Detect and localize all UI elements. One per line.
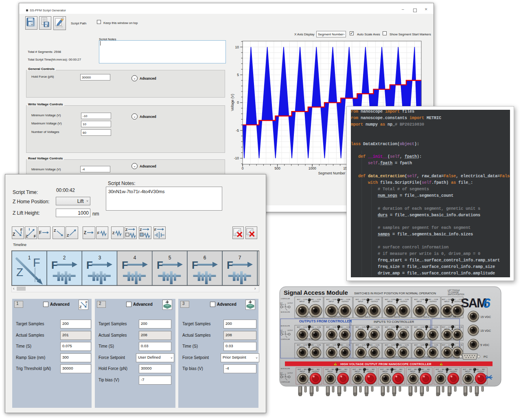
svg-text:Voltage (V): Voltage (V) (230, 94, 234, 111)
svg-text:Y SENSOR: Y SENSOR (392, 338, 402, 340)
svg-text:Z SENSOR: Z SENSOR (421, 338, 431, 340)
svg-text:MICROSCOPE: MICROSCOPE (281, 325, 290, 327)
svg-text:X+: X+ (308, 382, 310, 384)
svg-text:Z: Z (67, 233, 69, 237)
svg-text:6: 6 (204, 255, 206, 261)
svg-text:5 VDC: 5 VDC (480, 343, 490, 347)
svg-text:Z: Z (125, 228, 128, 232)
svg-text:1000: 1000 (309, 166, 316, 170)
svg-text:0: 0 (242, 166, 244, 170)
svg-text:MIC → CONOUTPUT: MIC → CONOUTPUT (370, 298, 379, 302)
svg-text:6: 6 (483, 295, 491, 311)
svg-text:OUTPUTS FROM CONTROLLER: OUTPUTS FROM CONTROLLER (299, 319, 352, 323)
svg-text:MIC → CONOUTPUT: MIC → CONOUTPUT (399, 298, 409, 302)
svg-text:15 VDC: 15 VDC (480, 329, 491, 333)
svg-text:F: F (20, 228, 23, 232)
svg-text:X-: X- (336, 382, 338, 384)
svg-text:OUTPUT 1: OUTPUT 1 (363, 356, 372, 358)
svg-text:Z: Z (16, 266, 23, 279)
svg-text:SWITCHES IN RIGHT POSITION FOR: SWITCHES IN RIGHT POSITION FOR NORMAL OP… (354, 292, 436, 295)
svg-text:FUTURE: FUTURE (422, 356, 430, 358)
svg-text:BRUKER: BRUKER (486, 377, 493, 379)
svg-text:-10: -10 (234, 156, 239, 160)
svg-text:MIC → MICOUTPUT: MIC → MICOUTPUT (476, 368, 485, 372)
svg-text:-5: -5 (236, 128, 239, 133)
svg-text:PC: PC (484, 355, 488, 359)
svg-text:500: 500 (275, 166, 280, 170)
svg-text:MIC → MICOUTPUT: MIC → MICOUTPUT (421, 368, 430, 372)
svg-text:MIC → CONOUTPUT: MIC → CONOUTPUT (428, 298, 438, 302)
svg-text:F: F (39, 231, 42, 235)
svg-text:Z-: Z- (446, 382, 448, 384)
svg-text:INPUTS TO CONTROLLER: INPUTS TO CONTROLLER (374, 320, 414, 324)
svg-text:Z+: Z+ (418, 382, 420, 384)
svg-text:MIC → CONOUTPUT: MIC → CONOUTPUT (340, 298, 350, 302)
svg-text:HIGH VOLTAGE OUTPUT FROM NANOS: HIGH VOLTAGE OUTPUT FROM NANOSCOPE CONTR… (340, 362, 431, 366)
svg-text:Z: Z (140, 228, 142, 232)
svg-text:Z: Z (54, 228, 56, 233)
svg-text:AUX B: AUX B (394, 316, 400, 318)
svg-text:F: F (85, 300, 88, 304)
svg-text:CONTROLLER: CONTROLLER (281, 298, 290, 300)
svg-text:0: 0 (237, 100, 239, 104)
svg-text:DDS 1: DDS 1 (306, 356, 312, 358)
svg-text:F: F (33, 256, 40, 269)
svg-text:MIC → CONOUTPUT: MIC → CONOUTPUT (453, 298, 462, 302)
svg-text:F: F (34, 234, 36, 238)
svg-text:Z: Z (26, 234, 28, 238)
svg-text:D-D: D-D (451, 338, 454, 340)
svg-text:10: 10 (235, 45, 239, 49)
svg-text:X SENSOR: X SENSOR (363, 338, 372, 340)
svg-text:F: F (154, 228, 157, 232)
svg-text:2: 2 (63, 255, 66, 261)
svg-text:Y+: Y+ (363, 382, 365, 384)
svg-text:Segment Number: Segment Number (318, 171, 346, 175)
svg-text:OUTPUT: OUTPUT (287, 372, 293, 374)
svg-text:MIC → MICOUTPUT: MIC → MICOUTPUT (449, 368, 458, 372)
svg-text:VERTICAL: VERTICAL (304, 316, 313, 318)
svg-text:MIC → CONOUTPUT: MIC → CONOUTPUT (311, 298, 321, 302)
svg-text:OUTPUT: OUTPUT (287, 330, 293, 331)
svg-text:3: 3 (99, 255, 101, 261)
svg-text:5: 5 (237, 73, 239, 77)
svg-text:Z: Z (13, 232, 15, 237)
svg-text:2 IN: 2 IN (473, 382, 476, 384)
svg-text:AUX A: AUX A (365, 316, 370, 318)
svg-text:AUX C: AUX C (423, 316, 429, 318)
svg-text:DDS 2: DDS 2 (335, 356, 341, 358)
svg-text:15 VDC: 15 VDC (480, 315, 491, 319)
svg-text:LATERAL: LATERAL (334, 316, 342, 318)
svg-text:MIC → MICOUTPUT: MIC → MICOUTPUT (366, 368, 375, 372)
svg-text:FUTURE: FUTURE (449, 316, 456, 318)
svg-text:OUTPUT 2: OUTPUT 2 (392, 356, 402, 358)
svg-text:5: 5 (169, 255, 171, 261)
svg-text:MIC → MICOUTPUT: MIC → MICOUTPUT (339, 368, 348, 372)
svg-text:MICROSCOPE: MICROSCOPE (281, 311, 290, 313)
svg-text:MIC → MICOUTPUT: MIC → MICOUTPUT (311, 368, 320, 372)
svg-text:SAMPLE BIAS: SAMPLE BIAS (332, 338, 344, 340)
svg-text:F: F (97, 231, 100, 235)
svg-text:Y-: Y- (391, 382, 393, 384)
svg-text:7: 7 (239, 255, 241, 261)
svg-text:Z: Z (84, 231, 86, 235)
svg-text:Signal Access Module: Signal Access Module (284, 289, 348, 296)
svg-text:4: 4 (134, 255, 136, 261)
svg-text:CONTROLLER: CONTROLLER (281, 339, 290, 340)
svg-text:Z: Z (112, 231, 115, 235)
svg-text:0-1: 0-1 (451, 356, 454, 358)
svg-text:Z: Z (79, 305, 82, 309)
svg-text:MIC → MICOUTPUT: MIC → MICOUTPUT (394, 368, 403, 372)
svg-text:MICROSCOPE: MICROSCOPE (281, 368, 290, 370)
svg-text:CONTROLLER: CONTROLLER (281, 381, 290, 383)
svg-text:TIP BIAS: TIP BIAS (305, 338, 313, 340)
svg-text:1: 1 (28, 255, 31, 261)
svg-text:OUTPUT: OUTPUT (287, 302, 293, 304)
